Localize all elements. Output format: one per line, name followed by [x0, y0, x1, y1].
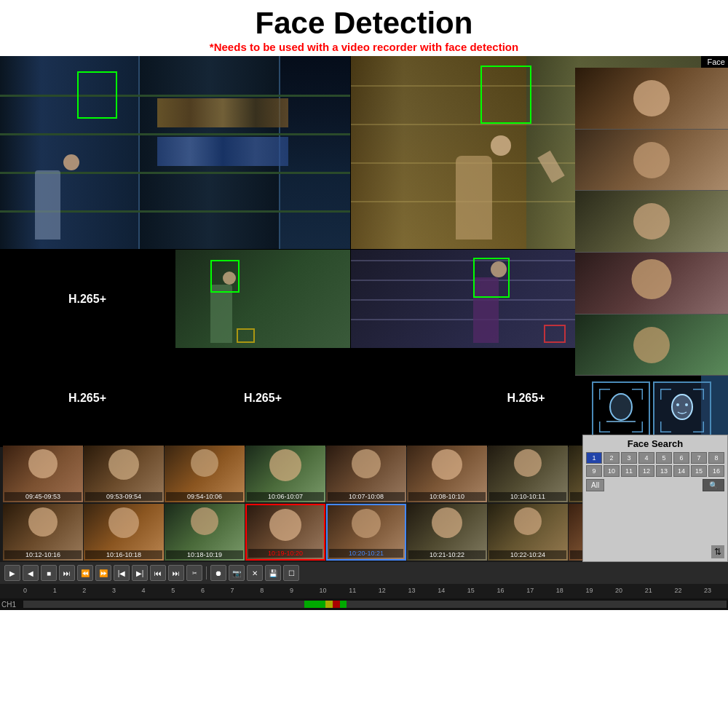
svg-point-4 — [685, 403, 688, 406]
ch-btn-9[interactable]: 9 — [586, 465, 602, 477]
save-button[interactable]: 💾 — [265, 565, 281, 581]
thumb-time-1: 09:45-09:53 — [4, 492, 82, 501]
search-button[interactable]: 🔍 — [703, 479, 724, 491]
ruler-21: 21 — [645, 587, 652, 594]
svg-point-3 — [676, 403, 679, 406]
thumb-item-14[interactable]: 10:21-10:22 — [407, 504, 487, 561]
codec-label-1: H.265+ — [68, 293, 106, 306]
thumb-item-4[interactable]: 10:06-10:07 — [245, 446, 325, 502]
ch-btn-11[interactable]: 11 — [621, 465, 637, 477]
thumb-item-12[interactable]: 10:19-10:20 — [245, 504, 325, 561]
thumb-item-1[interactable]: 09:45-09:53 — [3, 446, 83, 502]
thumb-item-2[interactable]: 09:53-09:54 — [84, 446, 164, 502]
channel-grid: 1 2 3 4 5 6 7 8 9 10 11 12 13 14 15 16 — [586, 452, 724, 477]
face-thumb-2 — [575, 130, 728, 191]
ch-btn-5[interactable]: 5 — [656, 452, 672, 464]
all-button[interactable]: All — [586, 479, 604, 491]
swap-button[interactable]: ⇅ — [711, 545, 724, 558]
ruler-13: 13 — [408, 587, 416, 594]
main-video-area: H.265+ — [0, 56, 728, 446]
thumb-item-7[interactable]: 10:10-10:11 — [488, 446, 568, 502]
prev-event-button[interactable]: ⏮ — [150, 565, 166, 581]
ch-btn-10[interactable]: 10 — [604, 465, 620, 477]
ch-btn-8[interactable]: 8 — [708, 452, 724, 464]
ch-btn-6[interactable]: 6 — [673, 452, 689, 464]
thumb-item-3[interactable]: 09:54-10:06 — [165, 446, 245, 502]
ruler-10: 10 — [320, 587, 327, 594]
snapshot-button[interactable]: 📷 — [229, 565, 245, 581]
ch-btn-3[interactable]: 3 — [621, 452, 637, 464]
ch-btn-15[interactable]: 15 — [691, 465, 707, 477]
fast-back-button[interactable]: ⏪ — [77, 565, 93, 581]
ruler-6: 6 — [201, 587, 205, 594]
ch-btn-4[interactable]: 4 — [638, 452, 654, 464]
thumb-time-5: 10:07-10:08 — [328, 492, 405, 501]
ruler-4: 4 — [142, 587, 146, 594]
svg-point-0 — [610, 394, 632, 420]
step-forward-button[interactable]: ⏭ — [59, 565, 75, 581]
play-button[interactable]: ▶ — [4, 565, 20, 581]
clip-button[interactable]: ✂ — [186, 565, 202, 581]
face-thumb-3 — [575, 191, 728, 253]
ch-btn-2[interactable]: 2 — [604, 452, 620, 464]
timeline-seg-green-2 — [340, 601, 347, 608]
fast-forward-button[interactable]: ⏩ — [95, 565, 111, 581]
thumb-item-9[interactable]: 10:12-10:16 — [3, 504, 83, 561]
timeline-track[interactable] — [23, 601, 727, 608]
ch-btn-7[interactable]: 7 — [691, 452, 707, 464]
prev-frame-button[interactable]: |◀ — [114, 565, 130, 581]
face-search-title: Face Search — [586, 438, 724, 449]
control-separator-1 — [206, 566, 207, 579]
record-button[interactable]: ⏺ — [210, 565, 226, 581]
controls-bar: ▶ ◀ ■ ⏭ ⏪ ⏩ |◀ ▶| ⏮ ⏭ ✂ ⏺ 📷 ✕ 💾 ☐ — [0, 562, 728, 584]
ruler-17: 17 — [526, 587, 534, 594]
thumb-item-5[interactable]: 10:07-10:08 — [326, 446, 406, 502]
page-subtitle: *Needs to be used with a video recorder … — [0, 41, 728, 53]
channel-label: CH1 — [1, 601, 23, 609]
codec-label-4: H.265+ — [507, 392, 545, 405]
close-button[interactable]: ✕ — [247, 565, 263, 581]
ch-btn-13[interactable]: 13 — [656, 465, 672, 477]
box-button[interactable]: ☐ — [283, 565, 299, 581]
ch-btn-12[interactable]: 12 — [638, 465, 654, 477]
timeline-seg-red — [333, 601, 340, 608]
codec-label-3: H.265+ — [244, 392, 282, 405]
camera-cell-3 — [175, 250, 350, 348]
thumb-time-11: 10:18-10:19 — [166, 550, 243, 559]
channel-bar: CH1 — [0, 598, 728, 610]
thumb-time-4: 10:06-10:07 — [247, 492, 324, 501]
thumb-item-10[interactable]: 10:16-10:18 — [84, 504, 164, 561]
timeline-seg-yellow — [325, 601, 333, 608]
face-search-panel: Face Search 1 2 3 4 5 6 7 8 9 10 11 12 1… — [582, 435, 728, 562]
ch-btn-1[interactable]: 1 — [586, 452, 602, 464]
ruler-11: 11 — [349, 587, 356, 594]
thumb-item-15[interactable]: 10:22-10:24 — [488, 504, 568, 561]
thumb-row-2: 10:12-10:16 10:16-10:18 10:18-10:19 10:1… — [0, 504, 728, 562]
next-event-button[interactable]: ⏭ — [168, 565, 184, 581]
thumb-time-13: 10:20-10:21 — [329, 549, 403, 558]
thumb-time-3: 09:54-10:06 — [166, 492, 243, 501]
thumb-time-10: 10:16-10:18 — [85, 550, 162, 559]
svg-point-2 — [672, 395, 692, 419]
ch-btn-14[interactable]: 14 — [673, 465, 689, 477]
thumb-item-6[interactable]: 10:08-10:10 — [407, 446, 487, 502]
page-title: Face Detection — [0, 6, 728, 41]
ruler-2: 2 — [82, 587, 86, 594]
thumb-time-7: 10:10-10:11 — [489, 492, 566, 501]
ruler-15: 15 — [467, 587, 475, 594]
face-thumb-1 — [575, 68, 728, 130]
thumb-time-14: 10:21-10:22 — [408, 550, 486, 559]
ruler-5: 5 — [171, 587, 175, 594]
camera-grid: H.265+ — [0, 56, 575, 446]
face-thumb-4 — [575, 253, 728, 314]
ruler-9: 9 — [290, 587, 293, 594]
thumb-item-11[interactable]: 10:18-10:19 — [165, 504, 245, 561]
camera-black-1: H.265+ — [0, 250, 175, 348]
prev-button[interactable]: ◀ — [23, 565, 39, 581]
stop-button[interactable]: ■ — [41, 565, 57, 581]
ruler-14: 14 — [438, 587, 445, 594]
ruler-0: 0 — [23, 587, 27, 594]
thumb-item-13[interactable]: 10:20-10:21 — [326, 504, 406, 561]
next-frame-button[interactable]: ▶| — [132, 565, 148, 581]
ch-btn-16[interactable]: 16 — [708, 465, 724, 477]
